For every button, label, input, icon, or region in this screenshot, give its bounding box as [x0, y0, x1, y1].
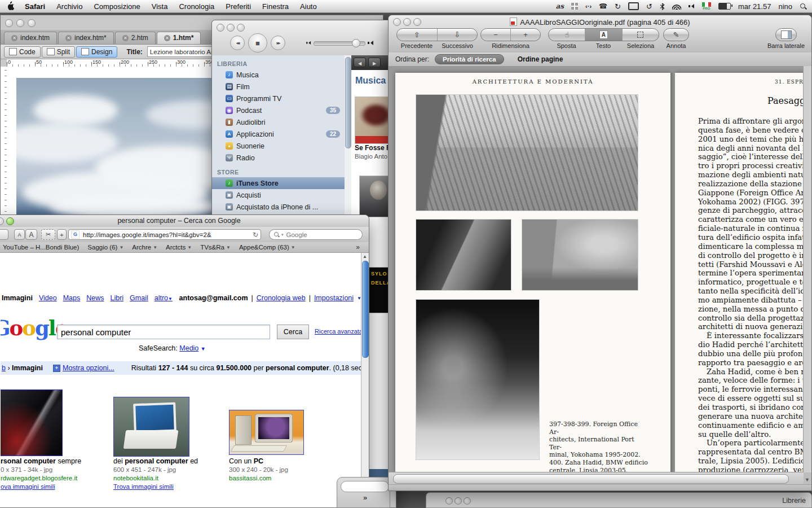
web-history-link[interactable]: Cronologia web — [257, 294, 306, 302]
fast-user-switching-name[interactable]: nino — [778, 2, 792, 11]
move-tool-button[interactable]: ☝ — [549, 29, 585, 41]
zoom-out-button[interactable]: − — [481, 29, 510, 41]
window-zoom-button[interactable] — [237, 24, 245, 32]
menu-item[interactable]: Archivio — [51, 2, 88, 11]
bluetooth-icon[interactable] — [660, 3, 665, 10]
url-input[interactable] — [82, 231, 250, 239]
reload-icon[interactable]: ↻ — [253, 231, 258, 239]
forward-button[interactable]: ▶ — [0, 229, 8, 240]
sidebar-item[interactable]: Suonerie — [212, 140, 345, 152]
previous-page-button[interactable]: ⇧ — [397, 29, 437, 41]
store-back-button[interactable]: ◀ — [354, 58, 366, 67]
sidebar-toggle-button[interactable] — [776, 29, 796, 41]
window-close-button[interactable] — [445, 497, 453, 505]
wifi-icon[interactable] — [672, 3, 681, 10]
sidebar-item[interactable]: iTunes Store — [212, 177, 345, 189]
window-minimize-button[interactable] — [227, 24, 235, 32]
time-machine-icon[interactable]: ↺ — [646, 2, 652, 11]
search-button[interactable]: Cerca — [277, 325, 309, 339]
rewind-button[interactable]: ◂◂ — [230, 36, 245, 50]
volume-icon[interactable] — [689, 3, 695, 10]
bookmark-item[interactable]: Arctcts ▼ — [166, 244, 192, 251]
nav-link[interactable]: Maps▼ — [63, 294, 81, 302]
menu-item[interactable]: Cronologia — [173, 2, 220, 11]
advanced-search-link[interactable]: Ricerca avanzata — [315, 328, 363, 335]
tab-close-icon[interactable] — [11, 35, 17, 41]
image-result-thumbnail[interactable] — [1, 389, 63, 456]
horizontal-scrollbar[interactable] — [389, 472, 804, 485]
window-close-button[interactable] — [217, 24, 224, 32]
bookmark-item[interactable]: YouTube – H...Bondi Blue) ▼ — [3, 244, 79, 251]
clock[interactable]: mar 21.57 — [738, 2, 771, 11]
show-options-link[interactable]: Mostra opzioni... — [63, 364, 114, 372]
sort-by-page-order-button[interactable]: Ordine pagine — [518, 55, 563, 63]
select-tool-button[interactable] — [622, 29, 659, 41]
apple-menu[interactable] — [0, 1, 19, 12]
album-title[interactable]: Se Fosse F — [355, 144, 390, 152]
phone-icon[interactable]: ☎ — [599, 2, 607, 10]
similar-images-link[interactable]: Trova immagini simili — [113, 483, 223, 491]
window-minimize-button[interactable] — [0, 217, 4, 225]
nav-link[interactable]: Gmail▼ — [130, 294, 148, 302]
sort-by-relevance-button[interactable]: Priorità di ricerca — [435, 54, 504, 64]
window-zoom-button[interactable] — [6, 217, 14, 225]
script-icon[interactable]: ‹·› — [585, 3, 592, 10]
bookmark-item[interactable]: Saggio (6) ▼ — [87, 244, 123, 251]
image-result-thumbnail[interactable] — [229, 410, 304, 455]
menu-item[interactable]: Finestra — [257, 2, 294, 11]
expand-options-icon[interactable]: + — [53, 365, 60, 372]
bookmark-item[interactable]: Archre ▼ — [132, 244, 157, 251]
bookmarks-overflow-chevron[interactable]: » — [356, 243, 369, 251]
sidebar-item[interactable]: Podcast 35 — [212, 104, 345, 116]
store-forward-button[interactable]: ▶ — [368, 58, 381, 67]
page-scrollbar[interactable]: ▲ — [361, 253, 369, 507]
window-minimize-button[interactable] — [454, 497, 462, 505]
scroll-up-arrow[interactable]: ▲ — [363, 254, 367, 259]
image-result-thumbnail[interactable] — [113, 397, 189, 457]
panel-search-field[interactable] — [341, 481, 389, 492]
search-field[interactable]: ▾ — [269, 229, 363, 240]
settings-link[interactable]: Impostazioni — [314, 294, 354, 302]
scroll-down-arrow[interactable]: ▼ — [805, 477, 810, 483]
battery-icon[interactable] — [718, 3, 731, 10]
spaces-grid-icon[interactable] — [571, 3, 578, 10]
vertical-scrollbar[interactable] — [803, 66, 811, 472]
forward-button[interactable]: ▸▸ — [271, 36, 285, 50]
sidebar-item[interactable]: Radio — [212, 152, 345, 164]
sync-icon[interactable]: ↻ — [615, 2, 621, 11]
displays-icon[interactable] — [628, 2, 639, 10]
search-query-input[interactable] — [57, 325, 270, 339]
search-options-arrow[interactable]: ▾ — [281, 233, 284, 237]
nav-link[interactable]: Immagini▼ — [2, 294, 33, 302]
menu-item[interactable]: Aiuto — [294, 2, 323, 11]
window-zoom-button[interactable] — [464, 497, 471, 505]
nav-link[interactable]: Libri▼ — [110, 294, 123, 302]
sidebar-item[interactable]: Acquisti — [212, 189, 345, 201]
font-smaller-button[interactable]: A — [14, 229, 25, 240]
new-tab-button[interactable]: + — [57, 229, 67, 240]
lastfm-icon[interactable]: as — [556, 2, 564, 10]
nav-link[interactable]: News▼ — [86, 294, 104, 302]
sidebar-item[interactable]: Audiolibri — [212, 116, 345, 128]
window-minimize-button[interactable] — [16, 19, 24, 27]
address-bar[interactable]: G ↻ — [68, 229, 261, 240]
tab-close-icon[interactable] — [122, 35, 129, 41]
menu-item[interactable]: Preferiti — [220, 2, 257, 11]
spotlight-icon[interactable] — [800, 3, 806, 10]
nav-link[interactable]: altro▼ — [155, 294, 173, 302]
sidebar-item[interactable]: Musica — [212, 69, 345, 81]
sidebar-item[interactable]: Applicazioni 22 — [212, 128, 345, 140]
web-breadcrumb-link[interactable]: b — [2, 364, 6, 372]
stop-button[interactable]: ■ — [248, 33, 267, 52]
bookmark-item[interactable]: TVs&Ra ▼ — [200, 244, 231, 251]
menu-item[interactable]: Safari — [19, 2, 51, 11]
mode-button[interactable]: Code — [4, 46, 41, 58]
mode-button[interactable]: Split — [42, 46, 75, 58]
next-page-button[interactable]: ⇩ — [437, 29, 478, 41]
zoom-in-button[interactable]: + — [510, 29, 540, 41]
window-zoom-button[interactable] — [28, 19, 36, 27]
tab-close-icon[interactable] — [65, 35, 72, 41]
sidebar-item[interactable]: Acquistato da iPhone di ... — [212, 201, 345, 213]
mode-button[interactable]: Design — [76, 46, 117, 58]
input-language-flag-icon[interactable]: PRO — [702, 2, 711, 10]
